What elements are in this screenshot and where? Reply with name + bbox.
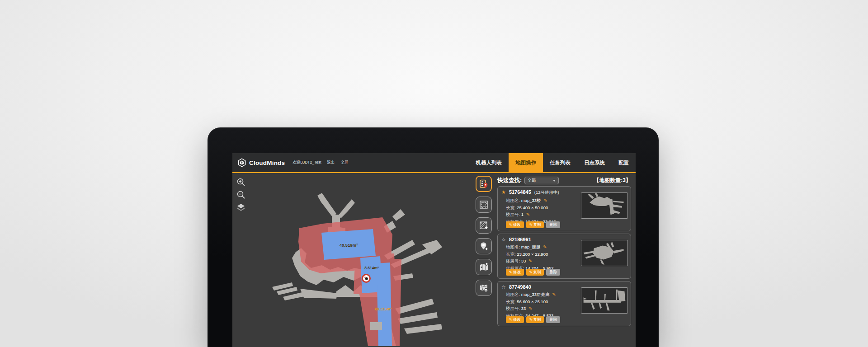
map-id: 51764845 <box>509 189 531 195</box>
top-bar: CloudMinds 欢迎BJDT2_Test 退出 全屏 机器人列表 地图操作… <box>232 153 636 173</box>
map-floor-label: 楼层号: <box>506 258 520 263</box>
tool-add-virtual-wall-button[interactable] <box>476 217 492 234</box>
point-add-icon <box>479 241 489 251</box>
map-name-label: 地图名: <box>506 244 520 249</box>
laptop-frame: CloudMinds 欢迎BJDT2_Test 退出 全屏 机器人列表 地图操作… <box>208 127 659 347</box>
map-card: ☆ 82186961 地图名: map_腿腿 ✎ 长宽: 23.200 × 22… <box>497 234 631 279</box>
edit-floor-pencil-icon[interactable]: ✎ <box>528 306 532 311</box>
edit-map-button[interactable]: ✎修改 <box>506 316 524 323</box>
pencil-icon: ✎ <box>529 223 533 227</box>
star-icon[interactable]: ☆ <box>501 285 506 290</box>
map-name-value: map_腿腿 <box>521 244 541 249</box>
map-size-value: 23.200 × 22.900 <box>517 252 548 257</box>
map-in-use-badge: (12号使用中) <box>534 190 559 196</box>
zoom-out-icon[interactable] <box>236 190 245 199</box>
edit-name-pencil-icon[interactable]: ✎ <box>543 244 547 249</box>
map-name-value: map_33楼 <box>521 198 541 203</box>
main-nav: 机器人列表 地图操作 任务列表 日志系统 配置 <box>469 153 636 172</box>
map-upload-icon <box>479 283 489 293</box>
tool-add-point-button[interactable] <box>476 238 492 254</box>
pencil-icon: ✎ <box>509 318 512 322</box>
edit-name-pencil-icon[interactable]: ✎ <box>552 292 556 297</box>
delete-map-button[interactable]: 删除 <box>546 269 560 276</box>
fullscreen-link[interactable]: 全屏 <box>341 160 349 165</box>
map-thumbnail[interactable] <box>581 240 628 266</box>
star-icon[interactable]: ☆ <box>501 237 506 242</box>
map-floor-value: 33 <box>521 258 526 263</box>
chevron-down-icon <box>553 180 556 182</box>
tool-task-pin-button[interactable] <box>476 176 492 192</box>
app-screen: CloudMinds 欢迎BJDT2_Test 退出 全屏 机器人列表 地图操作… <box>232 153 636 347</box>
task-pin-icon <box>479 179 489 189</box>
content-area: 40.519m² 8.614m² 80.215m² <box>232 173 636 346</box>
nav-config[interactable]: 配置 <box>612 153 636 172</box>
pencil-icon: ✎ <box>509 223 512 227</box>
logout-link[interactable]: 退出 <box>327 160 335 165</box>
copy-map-button[interactable]: ✎复制 <box>526 316 544 323</box>
map-canvas[interactable]: 40.519m² 8.614m² 80.215m² <box>232 173 479 346</box>
area-select-icon <box>479 200 489 210</box>
map-floor-value: 1 <box>521 212 524 217</box>
brand-logo[interactable]: CloudMinds <box>237 158 285 167</box>
delete-map-button[interactable]: 删除 <box>546 221 560 228</box>
copy-map-button[interactable]: ✎复制 <box>526 221 544 228</box>
map-size-value: 25.400 × 50.000 <box>517 205 548 210</box>
map-size-label: 长宽: <box>506 299 516 304</box>
map-floor-label: 楼层号: <box>506 306 520 311</box>
folded-map-icon <box>479 262 489 272</box>
map-tool-palette <box>476 176 492 296</box>
nav-robot-list[interactable]: 机器人列表 <box>469 153 509 172</box>
map-thumbnail[interactable] <box>581 192 628 219</box>
welcome-text: 欢迎BJDT2_Test <box>292 160 321 165</box>
map-list-panel: 快速查找: 全部 【地图数量:3】 ★ 51764845 (12号使用中) <box>497 173 631 346</box>
edit-map-button[interactable]: ✎修改 <box>506 221 524 228</box>
map-name-label: 地图名: <box>506 198 520 203</box>
map-count-badge: 【地图数量:3】 <box>594 177 631 184</box>
hatch-region-add-icon <box>479 220 489 230</box>
nav-task-list[interactable]: 任务列表 <box>543 153 577 172</box>
map-controls <box>236 178 245 212</box>
tool-map-upload-button[interactable] <box>476 280 492 296</box>
map-name-value: map_33层走廊 <box>521 292 550 297</box>
quick-search-label: 快速查找: <box>497 177 522 184</box>
map-size-label: 长宽: <box>506 252 516 257</box>
edit-floor-pencil-icon[interactable]: ✎ <box>528 258 532 263</box>
panel-header: 快速查找: 全部 【地图数量:3】 <box>497 173 631 186</box>
map-size-label: 长宽: <box>506 205 516 210</box>
session-info: 欢迎BJDT2_Test 退出 全屏 <box>292 160 348 165</box>
scan-fragment <box>370 322 382 330</box>
edit-floor-pencil-icon[interactable]: ✎ <box>526 212 530 217</box>
nav-log-system[interactable]: 日志系统 <box>577 153 612 172</box>
edit-name-pencil-icon[interactable]: ✎ <box>543 198 547 203</box>
map-thumbnail[interactable] <box>581 287 628 314</box>
map-name-label: 地图名: <box>506 292 520 297</box>
brand-name: CloudMinds <box>249 159 285 166</box>
map-floor-label: 楼层号: <box>506 212 520 217</box>
pencil-icon: ✎ <box>529 270 533 274</box>
map-size-value: 56.600 × 25.100 <box>517 299 548 304</box>
area-label-2: 8.614m² <box>364 266 379 270</box>
area-label-1: 40.519m² <box>340 243 358 248</box>
tool-area-select-button[interactable] <box>476 197 492 213</box>
delete-map-button[interactable]: 删除 <box>546 316 560 323</box>
map-id: 87749840 <box>509 284 531 290</box>
map-floor-value: 33 <box>521 306 526 311</box>
nav-map-operation[interactable]: 地图操作 <box>509 153 543 172</box>
edit-map-button[interactable]: ✎修改 <box>506 269 524 276</box>
filter-selected-value: 全部 <box>528 178 536 183</box>
pencil-icon: ✎ <box>529 318 533 322</box>
robot-position-marker[interactable] <box>363 275 370 282</box>
tool-map-manage-button[interactable] <box>476 259 492 275</box>
copy-map-button[interactable]: ✎复制 <box>526 269 544 276</box>
filter-select[interactable]: 全部 <box>524 177 559 184</box>
star-icon[interactable]: ★ <box>501 190 506 195</box>
pencil-icon: ✎ <box>509 270 512 274</box>
map-card: ★ 51764845 (12号使用中) 地图名: map_33楼 ✎ 长宽: 2… <box>497 186 631 231</box>
cloudminds-hexagon-icon <box>237 158 246 167</box>
zoom-in-icon[interactable] <box>236 178 245 187</box>
map-id: 82186961 <box>509 237 531 242</box>
map-card: ☆ 87749840 地图名: map_33层走廊 ✎ 长宽: 56.600 ×… <box>497 281 631 326</box>
area-label-3: 80.215m² <box>375 307 392 311</box>
layers-icon[interactable] <box>236 203 245 212</box>
